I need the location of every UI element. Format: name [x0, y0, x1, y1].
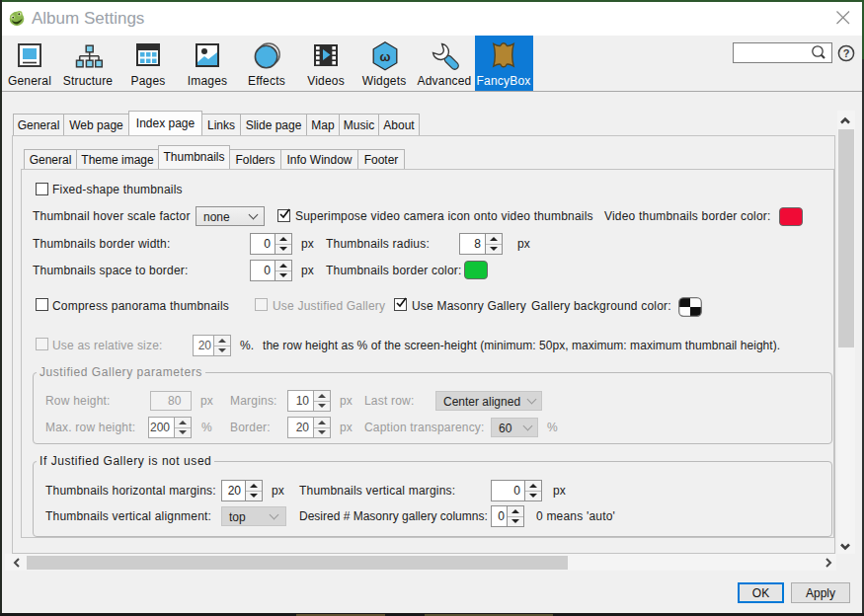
- svg-text:?: ?: [843, 47, 850, 59]
- svg-text:ω: ω: [380, 49, 391, 64]
